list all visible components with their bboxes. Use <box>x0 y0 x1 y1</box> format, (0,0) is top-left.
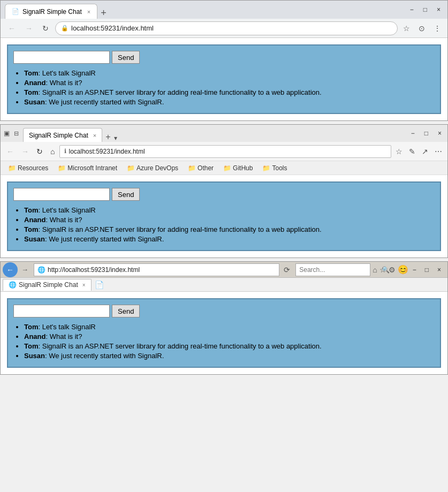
ie-refresh-button[interactable]: ⟳ <box>282 264 292 275</box>
chrome-content-area: Send Tom: Let's talk SignalR Anand: What… <box>1 44 447 114</box>
ie-settings-icon[interactable]: ⚙ <box>389 266 396 274</box>
chrome-maximize-button[interactable]: □ <box>421 5 430 14</box>
ie-minimize-button[interactable]: − <box>408 264 421 276</box>
edge-bookmark-icon[interactable]: ☆ <box>393 146 405 157</box>
chrome-message-4: Susan: We just recently started with Sig… <box>24 98 435 106</box>
chrome-toolbar: ← → ↻ 🔒 localhost:59231/index.html ☆ ⊙ ⋮ <box>1 19 447 38</box>
chrome-bookmark-icon[interactable]: ☆ <box>401 23 412 34</box>
ie-active-tab[interactable]: 🌐 SignalR Simple Chat × <box>3 279 92 291</box>
edge-chat-container: Send Tom: Let's talk SignalR Anand: What… <box>7 181 441 251</box>
bookmark-other[interactable]: 📁 Other <box>184 163 218 173</box>
chrome-address-bar[interactable]: 🔒 localhost:59231/index.html <box>55 21 398 35</box>
edge-tab-bar: SignalR Simple Chat × + ▾ <box>23 125 406 142</box>
chrome-message-2: Anand: What is it? <box>24 79 435 87</box>
chrome-chat-messages: Tom: Let's talk SignalR Anand: What is i… <box>13 69 435 106</box>
ie-search-bar[interactable]: 🔍 <box>295 263 370 276</box>
chrome-tab-close-button[interactable]: × <box>87 9 90 15</box>
chrome-tab-bar: 📄 SignalR Simple Chat × + <box>5 1 405 19</box>
ie-favorites-icon[interactable]: ☆ <box>379 266 386 274</box>
bookmark-microsoft-intranet[interactable]: 📁 Microsoft Intranet <box>54 163 122 173</box>
edge-forward-button[interactable]: → <box>19 146 32 157</box>
chrome-forward-button[interactable]: → <box>22 22 36 34</box>
chrome-sender-1: Tom <box>24 69 38 77</box>
edge-back-button[interactable]: ← <box>4 146 17 157</box>
edge-address-bar[interactable]: ℹ localhost:59231/index.html <box>59 145 391 158</box>
edge-sender-4: Susan <box>24 235 45 243</box>
chrome-back-button[interactable]: ← <box>5 22 19 34</box>
chrome-browser-window: 📄 SignalR Simple Chat × + − □ × ← → ↻ 🔒 … <box>0 0 448 121</box>
ie-nav-controls: ← → <box>3 262 31 277</box>
chrome-refresh-button[interactable]: ↻ <box>39 22 52 34</box>
ie-sender-3: Tom <box>24 342 38 350</box>
edge-info-icon: ℹ <box>64 148 66 155</box>
chrome-titlebar: 📄 SignalR Simple Chat × + − □ × <box>1 1 447 19</box>
edge-close-button[interactable]: × <box>435 128 444 138</box>
chrome-chat-input[interactable] <box>13 51 110 64</box>
chrome-chat-input-row: Send <box>13 51 435 64</box>
edge-more-icon[interactable]: ⋯ <box>432 146 444 157</box>
ie-chat-input-row: Send <box>13 305 435 317</box>
edge-window-icon: ▣ <box>4 130 10 137</box>
chrome-new-tab-button[interactable]: + <box>97 7 110 19</box>
bookmark-tools-icon: 📁 <box>262 164 270 172</box>
ie-browser-window: ← → 🌐 http://localhost:59231/index.html … <box>0 261 448 375</box>
chrome-minimize-button[interactable]: − <box>407 5 416 14</box>
ie-sender-4: Susan <box>24 352 45 360</box>
edge-sender-3: Tom <box>24 225 38 233</box>
bookmark-resources[interactable]: 📁 Resources <box>4 163 52 173</box>
edge-message-3: Tom: SignalR is an ASP.NET server librar… <box>24 225 435 233</box>
bookmark-tools[interactable]: 📁 Tools <box>258 163 291 173</box>
chrome-more-icon[interactable]: ⋮ <box>431 23 443 34</box>
ie-smiley-icon[interactable]: 😊 <box>398 264 408 275</box>
edge-send-button[interactable]: Send <box>112 188 140 201</box>
edge-new-tab-button[interactable]: + <box>103 132 112 142</box>
edge-chat-input[interactable] <box>13 188 110 201</box>
ie-chat-container: Send Tom: Let's talk SignalR Anand: What… <box>7 298 441 368</box>
ie-tab-close-button[interactable]: × <box>82 282 86 288</box>
chrome-close-button[interactable]: × <box>434 5 443 14</box>
edge-minimize-button[interactable]: − <box>408 128 417 138</box>
ie-search-input[interactable] <box>299 266 379 274</box>
ie-new-tab-button[interactable]: 📄 <box>92 279 107 290</box>
edge-share-icon[interactable]: ↗ <box>420 146 430 157</box>
bookmark-resources-icon: 📁 <box>8 164 16 172</box>
ie-back-button[interactable]: ← <box>3 262 18 277</box>
edge-maximize-button[interactable]: □ <box>422 128 431 138</box>
bookmark-ms-icon: 📁 <box>58 164 66 172</box>
ie-chat-input[interactable] <box>13 305 110 317</box>
edge-active-tab[interactable]: SignalR Simple Chat × <box>23 128 102 142</box>
ie-home-icon[interactable]: ⌂ <box>373 266 377 274</box>
bookmark-tools-label: Tools <box>272 164 287 172</box>
bookmark-github[interactable]: 📁 GitHub <box>219 163 257 173</box>
edge-bookmarks-bar: 📁 Resources 📁 Microsoft Intranet 📁 Azure… <box>1 161 447 175</box>
chrome-tab-title: SignalR Simple Chat <box>22 8 82 16</box>
chrome-sender-3: Tom <box>24 88 38 96</box>
bookmark-ms-label: Microsoft Intranet <box>67 164 117 172</box>
edge-tab-close-button[interactable]: × <box>93 132 96 139</box>
ie-sender-2: Anand <box>24 332 45 340</box>
ie-send-button[interactable]: Send <box>112 305 140 317</box>
edge-sender-1: Tom <box>24 206 38 214</box>
bookmark-other-icon: 📁 <box>188 164 196 172</box>
ie-close-button[interactable]: × <box>433 264 445 276</box>
ie-maximize-button[interactable]: □ <box>421 264 433 276</box>
edge-annotate-icon[interactable]: ✎ <box>407 146 417 157</box>
bookmark-azure-devops[interactable]: 📁 Azure DevOps <box>123 163 183 173</box>
edge-browser-window: ▣ ⊟ SignalR Simple Chat × + ▾ − □ × ← → … <box>0 124 448 258</box>
edge-refresh-button[interactable]: ↻ <box>34 146 45 157</box>
ie-address-bar[interactable]: 🌐 http://localhost:59231/index.html <box>34 263 279 276</box>
ie-window-controls: − □ × <box>408 264 445 276</box>
ie-message-3: Tom: SignalR is an ASP.NET server librar… <box>24 342 435 350</box>
chrome-active-tab[interactable]: 📄 SignalR Simple Chat × <box>5 4 97 19</box>
chrome-send-button[interactable]: Send <box>112 51 140 64</box>
edge-tab-dropdown-button[interactable]: ▾ <box>114 134 117 142</box>
edge-url-text: localhost:59231/index.html <box>69 148 145 155</box>
edge-chat-messages: Tom: Let's talk SignalR Anand: What is i… <box>13 206 435 243</box>
edge-home-button[interactable]: ⌂ <box>48 146 57 157</box>
chrome-toolbar-icons: ☆ ⊙ ⋮ <box>401 23 443 34</box>
ie-tab-bar: 🌐 SignalR Simple Chat × 📄 <box>1 278 447 292</box>
bookmark-github-label: GitHub <box>233 164 253 172</box>
ie-forward-button[interactable]: → <box>19 264 31 275</box>
chrome-profile-icon[interactable]: ⊙ <box>416 23 427 34</box>
edge-sender-2: Anand <box>24 216 45 224</box>
